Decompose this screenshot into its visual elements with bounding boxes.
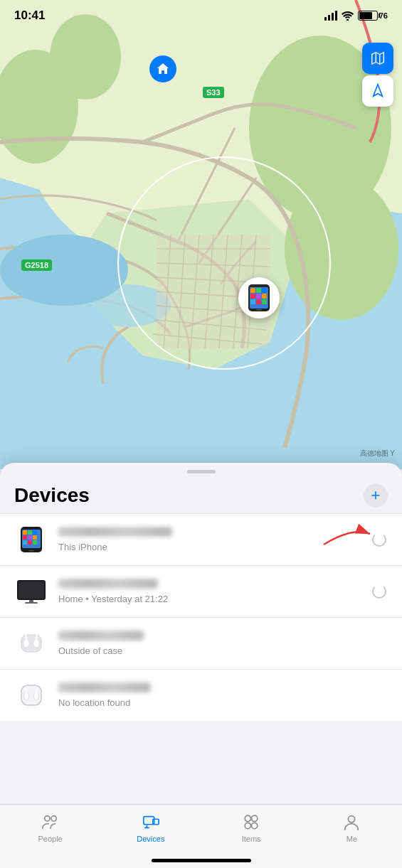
svg-point-66 (44, 816, 49, 821)
device-info-airpods2: No location found (58, 682, 388, 709)
battery-level: 76 (379, 11, 388, 20)
device-name-blur-1 (58, 527, 172, 537)
svg-point-72 (245, 815, 250, 821)
status-icons: 76 (324, 11, 388, 21)
sheet-header: Devices + (0, 473, 402, 513)
svg-point-75 (252, 823, 258, 828)
svg-rect-41 (23, 530, 27, 535)
tab-devices[interactable]: Devices (100, 812, 201, 843)
tab-items[interactable]: Items (201, 812, 302, 843)
add-device-button[interactable]: + (364, 483, 388, 508)
device-item-iphone[interactable]: This iPhone (0, 513, 402, 566)
svg-rect-46 (33, 535, 37, 540)
tab-items-label: Items (242, 835, 261, 843)
road-label-g2518: G2518 (21, 259, 52, 271)
svg-point-64 (34, 692, 39, 700)
map-buttons (362, 43, 393, 107)
svg-rect-47 (23, 540, 27, 545)
svg-rect-35 (262, 299, 267, 304)
svg-rect-27 (250, 288, 255, 293)
device-list: This iPhone (0, 513, 402, 721)
svg-point-59 (33, 639, 39, 648)
svg-point-62 (24, 692, 29, 700)
tab-people-label: People (38, 835, 62, 843)
device-icon-tv (14, 574, 48, 609)
svg-rect-49 (33, 540, 37, 545)
device-sub-airpods2: No location found (58, 697, 130, 708)
device-name-blur-2 (58, 579, 158, 589)
devices-tab-icon (141, 812, 161, 832)
wifi-icon (342, 11, 354, 21)
device-item-airpods2[interactable]: No location found (0, 670, 402, 721)
svg-rect-32 (262, 294, 267, 299)
svg-rect-50 (28, 550, 34, 552)
battery-indicator: 76 (358, 11, 388, 21)
svg-point-74 (245, 823, 250, 828)
status-bar: 10:41 76 (0, 0, 402, 31)
svg-point-67 (51, 816, 56, 821)
svg-rect-44 (23, 535, 27, 540)
svg-rect-53 (18, 582, 44, 599)
tab-devices-label: Devices (137, 835, 164, 843)
device-name-blur-4 (58, 682, 151, 692)
svg-rect-28 (256, 288, 261, 293)
svg-rect-55 (25, 602, 38, 604)
svg-point-57 (23, 639, 29, 648)
red-arrow-annotation (317, 520, 381, 552)
svg-line-63 (26, 688, 26, 692)
device-info-airpods: Outside of case (58, 631, 388, 657)
svg-point-5 (285, 178, 398, 320)
map-view-button[interactable] (362, 43, 393, 74)
svg-rect-36 (256, 309, 262, 311)
tab-people[interactable]: People (0, 812, 100, 843)
svg-rect-29 (262, 288, 267, 293)
device-info-tv: Home • Yesterday at 21:22 (58, 579, 371, 605)
map-attribution: 高德地图 Y (360, 449, 395, 459)
device-name-blur-3 (58, 631, 144, 641)
svg-point-9 (0, 235, 128, 306)
svg-rect-31 (256, 294, 261, 299)
people-tab-icon (41, 812, 60, 832)
svg-line-65 (36, 688, 37, 692)
home-indicator (152, 859, 251, 862)
svg-rect-45 (28, 535, 32, 540)
svg-line-60 (36, 635, 37, 639)
status-time: 10:41 (14, 9, 45, 23)
me-tab-icon (342, 812, 361, 832)
svg-rect-33 (250, 299, 255, 304)
svg-rect-48 (28, 540, 32, 545)
device-sub-iphone: This iPhone (58, 542, 107, 552)
svg-rect-43 (33, 530, 37, 535)
map-area[interactable]: G2518 S33 (0, 0, 402, 469)
device-icon-iphone (14, 523, 48, 557)
location-button[interactable] (362, 75, 393, 107)
device-icon-airpods (14, 626, 48, 660)
tab-me-label: Me (347, 835, 357, 843)
svg-rect-42 (28, 530, 32, 535)
device-item-airpods[interactable]: Outside of case (0, 618, 402, 670)
items-tab-icon (241, 812, 261, 832)
home-pin[interactable] (149, 55, 176, 82)
signal-icon (324, 11, 337, 21)
svg-line-58 (26, 635, 26, 639)
device-sub-tv: Home • Yesterday at 21:22 (58, 594, 168, 604)
tab-me[interactable]: Me (302, 812, 402, 843)
svg-point-73 (252, 815, 258, 821)
sheet-title: Devices (14, 484, 90, 507)
svg-rect-30 (250, 294, 255, 299)
device-pin[interactable] (238, 277, 280, 318)
device-icon-airpods2 (14, 678, 48, 712)
device-sub-airpods: Outside of case (58, 645, 122, 656)
device-loader-tv (371, 583, 388, 600)
device-item-tv[interactable]: Home • Yesterday at 21:22 (0, 566, 402, 618)
road-label-s33: S33 (203, 87, 224, 98)
svg-rect-34 (256, 299, 261, 304)
svg-point-76 (349, 816, 355, 823)
